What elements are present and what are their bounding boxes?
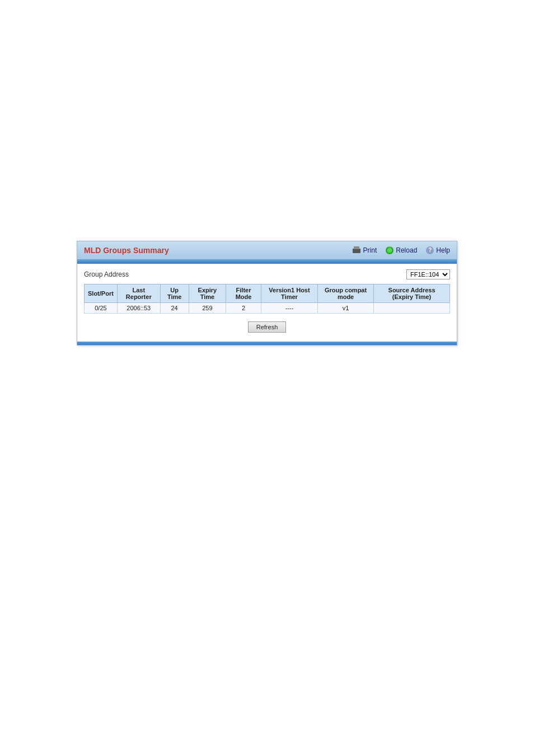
print-icon — [352, 246, 361, 254]
group-address-label: Group Address — [84, 270, 129, 278]
table-header-row: Slot/Port Last Reporter Up Time Expiry T… — [85, 284, 450, 303]
col-slot-port: Slot/Port — [85, 284, 118, 303]
reload-icon — [386, 246, 394, 254]
help-action[interactable]: ? Help — [426, 246, 450, 254]
help-label: Help — [436, 246, 450, 254]
cell-0: 0/25 — [85, 303, 118, 314]
print-action[interactable]: Print — [352, 246, 377, 254]
panel-title: MLD Groups Summary — [84, 246, 169, 255]
panel-header: MLD Groups Summary Print Reload ? Help — [77, 241, 457, 260]
panel-content: Group Address FF1E::104 Slot/Port Last R… — [77, 264, 457, 342]
cell-2: 24 — [160, 303, 189, 314]
col-version1-host-timer: Version1 Host Timer — [261, 284, 317, 303]
col-filter-mode: Filter Mode — [226, 284, 261, 303]
cell-3: 259 — [189, 303, 226, 314]
cell-5: ---- — [261, 303, 317, 314]
col-source-address: Source Address (Expiry Time) — [374, 284, 450, 303]
cell-6: v1 — [318, 303, 374, 314]
table-row: 0/252006::53242592----v1 — [85, 303, 450, 314]
cell-7 — [374, 303, 450, 314]
header-actions: Print Reload ? Help — [352, 246, 450, 254]
refresh-row: Refresh — [84, 319, 450, 336]
help-icon: ? — [426, 246, 434, 254]
reload-label: Reload — [396, 246, 417, 254]
col-expiry-time: Expiry Time — [189, 284, 226, 303]
col-group-compat-mode: Group compat mode — [318, 284, 374, 303]
bottom-accent-bar — [77, 342, 457, 345]
reload-action[interactable]: Reload — [386, 246, 417, 254]
col-last-reporter: Last Reporter — [117, 284, 160, 303]
col-up-time: Up Time — [160, 284, 189, 303]
page-container: MLD Groups Summary Print Reload ? Help — [0, 0, 534, 756]
refresh-button[interactable]: Refresh — [248, 321, 287, 333]
data-table: Slot/Port Last Reporter Up Time Expiry T… — [84, 284, 450, 314]
cell-4: 2 — [226, 303, 261, 314]
group-address-row: Group Address FF1E::104 — [84, 269, 450, 279]
group-address-select[interactable]: FF1E::104 — [406, 269, 450, 279]
panel: MLD Groups Summary Print Reload ? Help — [77, 241, 457, 346]
cell-1: 2006::53 — [117, 303, 160, 314]
print-label: Print — [363, 246, 377, 254]
